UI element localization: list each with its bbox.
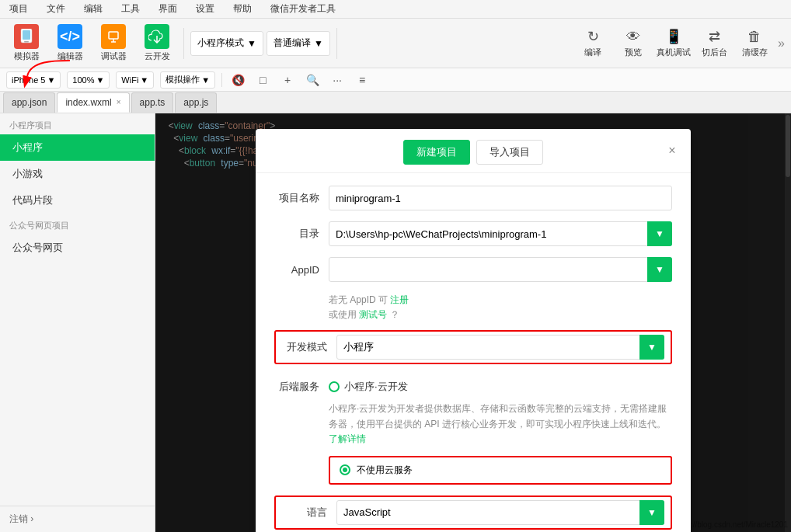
toolbar-right: ↻ 编译 👁 预览 📱 真机调试 ⇄ 切后台 🗑 清缓存 » (576, 28, 785, 58)
chevron-down-icon-network: ▼ (140, 75, 148, 85)
action-dropdown[interactable]: 模拟操作 ▼ (160, 71, 215, 89)
radio-no-cloud-btn[interactable] (340, 464, 350, 475)
compile-label: 普通编译 (274, 37, 311, 50)
recompile-button[interactable]: ↻ 编译 (576, 28, 610, 58)
toolbar-separator-2 (336, 28, 337, 59)
cache-button[interactable]: 🗑 清缓存 (737, 29, 772, 58)
cloud-button[interactable]: 云开发 (137, 22, 177, 65)
debugger-label: 调试器 (101, 50, 127, 62)
sidebar-item-snippet[interactable]: 代码片段 (0, 187, 155, 214)
dialog-body: 项目名称 目录 ▼ AppID (256, 173, 691, 532)
tab-index-wxml-close[interactable]: × (117, 98, 121, 106)
eye-icon: 👁 (626, 29, 640, 45)
radio-cloud-btn[interactable] (329, 381, 340, 392)
list-icon-btn[interactable]: ≡ (353, 71, 371, 89)
sidebar-bottom-logout[interactable]: 注销 › (0, 506, 155, 532)
rect-icon-btn[interactable]: □ (253, 71, 272, 89)
dialog-tab-import[interactable]: 导入项目 (476, 140, 543, 165)
no-cloud-box: 不使用云服务 (329, 456, 672, 485)
dialog-tab-new[interactable]: 新建项目 (403, 140, 470, 165)
menu-bar: 项目 文件 编辑 工具 界面 设置 帮助 微信开发者工具 (0, 0, 791, 19)
hint-text-1: 若无 AppID 可 (329, 294, 390, 305)
project-name-input[interactable] (329, 186, 672, 210)
dialog-close-button[interactable]: × (663, 141, 681, 160)
plus-icon-btn[interactable]: + (278, 71, 297, 89)
radio-no-cloud-label: 不使用云服务 (357, 464, 413, 477)
more-icon[interactable]: » (778, 37, 785, 50)
tab-index-wxml-label: index.wxml (65, 97, 111, 108)
mode-label: 小程序模式 (197, 37, 244, 50)
dev-mode-dropdown-btn[interactable]: ▼ (639, 335, 664, 360)
backend-label: 后端服务 (274, 380, 329, 394)
recompile-label: 编译 (584, 47, 601, 58)
tab-app-ts-label: app.ts (140, 97, 166, 108)
lang-control: ▼ (336, 500, 664, 525)
backend-button[interactable]: ⇄ 切后台 (697, 28, 731, 58)
dots-icon-btn[interactable]: ··· (328, 71, 347, 89)
form-row-appid: AppID ▼ (274, 257, 672, 282)
lang-input[interactable] (336, 500, 664, 525)
real-debug-button[interactable]: 📱 真机调试 (657, 28, 691, 58)
code-area: <view class="container"> <view class="us… (155, 113, 791, 532)
appid-hint: 若无 AppID 可 注册 或使用 测试号 ？ (329, 293, 672, 322)
sidebar: 小程序项目 小程序 小游戏 代码片段 公众号网页项目 公众号网页 注销 › (0, 113, 155, 532)
cloud-desc: 小程序·云开发为开发者提供数据库、存储和云函数等完整的云端支持，无需搭建服务器，… (329, 402, 672, 447)
chevron-down-icon: ▼ (247, 38, 256, 49)
menu-item-devtools[interactable]: 微信开发者工具 (267, 1, 339, 17)
sidebar-item-miniprogram[interactable]: 小程序 (0, 134, 155, 161)
dev-mode-input[interactable] (336, 335, 664, 360)
dev-mode-control: ▼ (336, 335, 664, 360)
svg-rect-2 (24, 41, 29, 43)
new-project-dialog: 新建项目 导入项目 × 项目名称 目录 (256, 129, 691, 532)
form-row-name: 项目名称 (274, 186, 672, 210)
menu-item-tools[interactable]: 工具 (118, 1, 143, 17)
backend-label: 切后台 (702, 47, 727, 58)
chevron-down-icon-2: ▼ (314, 38, 323, 49)
test-number-link[interactable]: 测试号 (359, 309, 387, 320)
sub-toolbar: iPhone 5 ▼ 100% ▼ WiFi ▼ 模拟操作 ▼ 🔇 □ + 🔍 … (0, 68, 791, 92)
mode-dropdown[interactable]: 小程序模式 ▼ (190, 31, 263, 56)
backend-service-section: 后端服务 小程序·云开发 小程序·云开发为开发者提供数据库、存储和云函数等完整的… (274, 375, 672, 447)
svg-rect-3 (109, 32, 118, 39)
tab-app-js[interactable]: app.js (175, 92, 217, 113)
learn-more-link[interactable]: 了解详情 (329, 433, 366, 444)
cloud-label: 云开发 (145, 50, 170, 62)
lang-dropdown-btn[interactable]: ▼ (639, 500, 664, 525)
debugger-button[interactable]: 调试器 (93, 22, 134, 65)
compile-dropdown[interactable]: 普通编译 ▼ (267, 31, 330, 56)
register-link[interactable]: 注册 (390, 294, 409, 305)
dir-input[interactable] (329, 221, 672, 246)
form-label-name: 项目名称 (274, 191, 329, 205)
toolbar-separator-1 (183, 28, 184, 59)
preview-label: 预览 (625, 47, 642, 58)
menu-item-edit[interactable]: 编辑 (81, 1, 106, 17)
menu-item-settings[interactable]: 设置 (193, 1, 218, 17)
search-icon-btn[interactable]: 🔍 (303, 71, 322, 89)
tab-index-wxml[interactable]: index.wxml × (57, 92, 129, 113)
form-label-dev-mode: 开发模式 (282, 340, 336, 354)
network-label: WiFi (121, 75, 138, 85)
tab-app-json-label: app.json (12, 97, 47, 108)
hint-text-2: 或使用 (329, 309, 359, 320)
tab-bar: app.json index.wxml × app.ts app.js (0, 92, 791, 113)
tab-app-js-label: app.js (183, 97, 208, 108)
menu-item-help[interactable]: 帮助 (230, 1, 255, 17)
action-label: 模拟操作 (166, 74, 200, 85)
dir-dropdown-btn[interactable]: ▼ (647, 221, 672, 246)
sidebar-item-mp-web[interactable]: 公众号网页 (0, 235, 155, 261)
appid-input[interactable] (329, 257, 672, 282)
menu-item-interface[interactable]: 界面 (155, 1, 180, 17)
menu-item-file[interactable]: 文件 (44, 1, 68, 17)
volume-icon-btn[interactable]: 🔇 (228, 71, 247, 89)
tab-app-ts[interactable]: app.ts (131, 92, 174, 113)
menu-item-project[interactable]: 项目 (6, 1, 31, 17)
network-dropdown[interactable]: WiFi ▼ (116, 71, 154, 89)
form-row-dev-mode: 开发模式 ▼ (274, 330, 672, 364)
sub-divider (221, 73, 222, 87)
sidebar-item-minigame[interactable]: 小游戏 (0, 161, 155, 187)
tab-app-json[interactable]: app.json (3, 92, 55, 113)
appid-dropdown-btn[interactable]: ▼ (647, 257, 672, 282)
preview-button[interactable]: 👁 预览 (616, 29, 650, 58)
main-area: 小程序项目 小程序 小游戏 代码片段 公众号网页项目 公众号网页 注销 › <v… (0, 113, 791, 532)
dialog-tabs: 新建项目 导入项目 (403, 140, 543, 165)
